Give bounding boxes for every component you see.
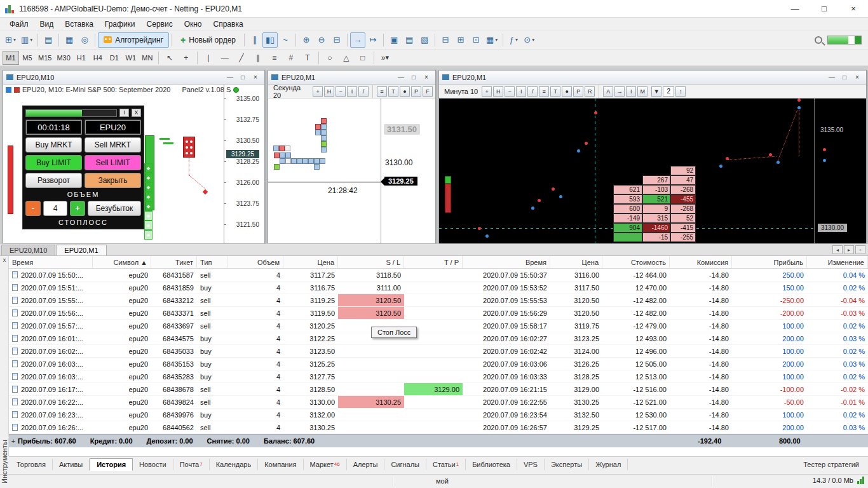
breakeven-button[interactable]: Безубыток — [88, 201, 141, 216]
column-header-sl[interactable]: S / L — [338, 256, 404, 268]
bottom-tab-календарь[interactable]: Календарь — [210, 459, 259, 470]
table-row[interactable]: 2020.07.09 15:50:...epu2068431587sell431… — [9, 269, 868, 281]
chart-maximize-button[interactable]: □ — [408, 72, 419, 83]
chart-canvas-left[interactable]: EPU20, M10: E-Mini S&P 500: September 20… — [3, 85, 264, 243]
chart-tool-button[interactable]: + — [482, 86, 492, 97]
chart-menu-button[interactable]: ▦▾ — [484, 32, 500, 48]
zoom-in-button[interactable]: ⊕ — [299, 32, 314, 48]
triangle-tool[interactable]: △ — [338, 51, 355, 65]
chart-tool-button[interactable]: A — [603, 86, 613, 97]
timeframe-m5[interactable]: M5 — [19, 51, 36, 65]
period-label[interactable]: Минута 10 — [444, 88, 478, 95]
volume-value[interactable]: 4 — [43, 201, 67, 216]
timeframe-m1[interactable]: M1 — [3, 51, 19, 65]
panel-pause-button[interactable]: I — [119, 109, 129, 117]
column-header-symbol[interactable]: Символ ▲ — [93, 256, 151, 268]
toolbox-close-button[interactable]: x — [0, 256, 9, 265]
chart-tool-button[interactable]: ● — [562, 86, 572, 97]
toolbox-vertical-label[interactable]: Инструменты — [1, 437, 9, 487]
cycles-button[interactable]: ⊙▾ — [521, 32, 537, 48]
bottom-tab-библиотека[interactable]: Библиотека — [466, 459, 517, 470]
period-label[interactable]: Секунда 20 — [273, 84, 309, 99]
chart-tool-button[interactable]: R — [585, 86, 595, 97]
chart-tool-button[interactable]: ≡ — [377, 86, 387, 97]
profiles-button[interactable]: ▥▾ — [18, 32, 35, 48]
menu-item-справка[interactable]: Справка — [208, 18, 249, 30]
chart-tab-epu20-m10[interactable]: EPU20,M10 — [1, 245, 55, 255]
search-icon[interactable] — [815, 36, 822, 44]
chart-tool-button[interactable]: ● — [400, 86, 410, 97]
maximize-button[interactable]: □ — [810, 0, 839, 18]
menu-item-сервис[interactable]: Сервис — [141, 18, 179, 30]
fibonacci-tool[interactable]: ≡ — [266, 51, 283, 65]
sell-limit-button[interactable]: Sell LIMIT — [85, 155, 141, 170]
close-position-button[interactable]: Закрыть — [85, 173, 141, 188]
bottom-tab-новости[interactable]: Новости — [133, 459, 173, 470]
tab-scroll-left-icon[interactable]: ◂ — [832, 245, 843, 254]
column-header-change[interactable]: Изменение — [807, 256, 868, 268]
table-row[interactable]: 2020.07.09 16:17:...epu2068438678sell431… — [9, 383, 868, 396]
line-chart-button[interactable]: ~ — [278, 32, 293, 48]
bottom-tab-активы[interactable]: Активы — [53, 459, 90, 470]
bottom-tab-история[interactable]: История — [90, 458, 133, 471]
layout-button[interactable]: ▤ — [402, 32, 417, 48]
volume-increase-button[interactable]: + — [70, 201, 85, 216]
chart-tool-button[interactable]: F — [423, 86, 433, 97]
chart-tool-button[interactable]: I — [516, 86, 526, 97]
summary-expander-icon[interactable]: + — [9, 437, 18, 445]
table-row[interactable]: 2020.07.09 16:02:...epu2068435033buy4312… — [9, 345, 868, 358]
data-window-button[interactable]: ▦ — [62, 32, 77, 48]
table-row[interactable]: 2020.07.09 15:55:...epu2068433212sell431… — [9, 294, 868, 307]
column-header-open[interactable]: Время — [9, 256, 93, 268]
column-header-ticket[interactable]: Тикет — [151, 256, 197, 268]
menu-item-окно[interactable]: Окно — [179, 18, 208, 30]
table-row[interactable]: 2020.07.09 16:03:...epu2068435153buy4312… — [9, 358, 868, 370]
table-row[interactable]: 2020.07.09 15:57:...epu2068433697sell431… — [9, 320, 868, 332]
column-header-close_price[interactable]: Цена — [550, 256, 602, 268]
column-header-volume[interactable]: Объем — [227, 256, 283, 268]
timeframe-h4[interactable]: H4 — [90, 51, 106, 65]
bottom-tab-сигналы[interactable]: Сигналы — [384, 459, 426, 470]
timeframe-w1[interactable]: W1 — [123, 51, 139, 65]
chart-minimize-button[interactable]: — — [395, 72, 407, 83]
levels-dropdown-icon[interactable]: ▼ — [651, 86, 661, 97]
rectangle-tool[interactable]: □ — [355, 51, 371, 65]
chart-close-button[interactable]: × — [851, 72, 863, 83]
sell-market-button[interactable]: Sell MRKT — [85, 137, 141, 152]
tile-windows-button[interactable]: ⊟ — [329, 32, 344, 48]
cursor-tool[interactable]: ↖ — [161, 51, 178, 65]
chart-tool-button[interactable]: P — [573, 86, 583, 97]
menu-item-вид[interactable]: Вид — [34, 18, 60, 30]
column-header-price[interactable]: Цена — [283, 256, 338, 268]
chart-tool-button[interactable]: / — [527, 86, 538, 97]
chart-tool-button[interactable]: M — [637, 86, 648, 97]
buy-market-button[interactable]: Buy MRKT — [25, 137, 82, 152]
tab-restore-icon[interactable]: ▫ — [855, 245, 865, 254]
algo-trading-button[interactable]: Алготрейдинг — [98, 32, 169, 48]
chart-tool-button[interactable]: T — [550, 86, 560, 97]
chart-tool-button[interactable]: − — [505, 86, 515, 97]
tab-scroll-right-icon[interactable]: ▸ — [844, 245, 854, 254]
ellipse-tool[interactable]: ○ — [322, 51, 338, 65]
timeframe-h1[interactable]: H1 — [73, 51, 90, 65]
chart-tool-button[interactable]: T — [388, 86, 398, 97]
crosshair-tool[interactable]: + — [178, 51, 194, 65]
table-row[interactable]: 2020.07.09 16:01:...epu2068434575buy4312… — [9, 332, 868, 345]
bottom-tab-маркет[interactable]: Маркет46 — [304, 459, 347, 470]
navigator-button[interactable]: ◎ — [77, 32, 92, 48]
menu-item-вставка[interactable]: Вставка — [59, 18, 99, 30]
bottom-tab-торговля[interactable]: Торговля — [10, 459, 53, 470]
chart-tool-button[interactable]: H — [324, 86, 334, 97]
bottom-tab-vps[interactable]: VPS — [517, 459, 545, 470]
chart-close-button[interactable]: × — [250, 72, 261, 83]
chart-tool-button[interactable]: / — [358, 86, 369, 97]
chart-titlebar[interactable]: EPU20,M1 — □ × — [268, 71, 435, 85]
screenshot-button[interactable]: ▣ — [386, 32, 402, 48]
table-row[interactable]: 2020.07.09 16:03:...epu2068435283buy4312… — [9, 370, 868, 383]
levels-value[interactable]: 2 — [663, 86, 674, 97]
menu-item-файл[interactable]: Файл — [4, 18, 34, 30]
table-row[interactable]: 2020.07.09 15:56:...epu2068433371sell431… — [9, 307, 868, 320]
column-header-commission[interactable]: Комиссия — [670, 256, 732, 268]
chart-tool-button[interactable]: − — [336, 86, 346, 97]
candles-chart-button[interactable]: ▮▯ — [262, 32, 278, 48]
